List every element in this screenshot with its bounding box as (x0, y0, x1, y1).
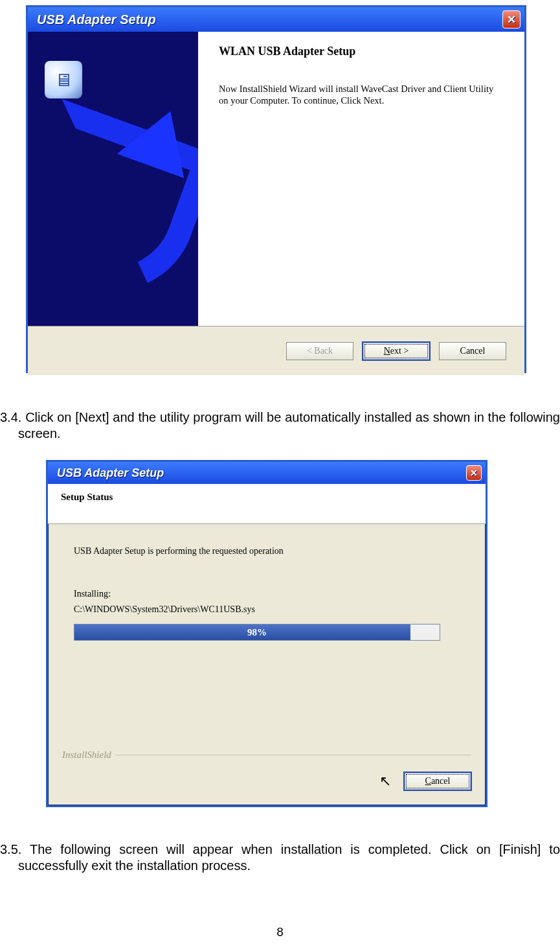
installshield-arrow-icon (28, 103, 198, 323)
page-number: 8 (0, 925, 560, 939)
progress-fill (74, 624, 410, 640)
installing-label: Installing: (74, 589, 460, 599)
progress-text: 98% (247, 627, 267, 638)
dialog-wlan-setup: USB Adapter Setup ✕ 🖥 WLAN USB Adapter S… (26, 5, 526, 373)
next-button-label: Next > (384, 346, 409, 356)
dialog-header: Setup Status (48, 484, 486, 524)
dialog-description: Now InstallShield Wizard will install Wa… (219, 83, 505, 106)
divider (115, 755, 471, 755)
next-button[interactable]: Next > (363, 342, 430, 360)
cancel-button[interactable]: Cancel (439, 342, 506, 360)
computer-icon: 🖥 (45, 61, 82, 98)
brand-row: InstallShield (62, 750, 471, 761)
instruction-text: 3.4. Click on [Next] and the utility pro… (0, 409, 560, 442)
dialog-text-area: WLAN USB Adapter Setup Now InstallShield… (219, 45, 505, 106)
instruction-3-5: 3.5. The following screen will appear wh… (0, 842, 560, 874)
dialog-footer: InstallShield ↖ Cancel (48, 743, 486, 805)
dialog-setup-status: USB Adapter Setup ✕ Setup Status USB Ada… (46, 460, 487, 807)
progress-bar: 98% (74, 624, 440, 641)
dialog-footer: < Back Next > Cancel (28, 326, 524, 375)
close-button[interactable]: ✕ (466, 465, 482, 481)
operation-text: USB Adapter Setup is performing the requ… (74, 546, 460, 556)
window-title: USB Adapter Setup (37, 12, 156, 27)
installing-path: C:\WINDOWS\System32\Drivers\WC11USB.sys (74, 604, 460, 615)
titlebar[interactable]: USB Adapter Setup ✕ (28, 7, 524, 32)
cancel-button-label: Cancel (425, 776, 451, 786)
close-icon: ✕ (470, 468, 478, 478)
dialog-subtitle: Setup Status (61, 492, 473, 503)
side-panel-graphic: 🖥 (28, 32, 198, 326)
installshield-brand: InstallShield (62, 750, 111, 761)
dialog-body: USB Adapter Setup is performing the requ… (48, 524, 486, 647)
instruction-3-4: 3.4. Click on [Next] and the utility pro… (0, 409, 560, 442)
back-button-label: < Back (307, 346, 333, 356)
close-button[interactable]: ✕ (502, 10, 521, 29)
dialog-heading: WLAN USB Adapter Setup (219, 45, 505, 58)
cancel-button-label: Cancel (460, 346, 486, 356)
window-title: USB Adapter Setup (57, 466, 164, 480)
cursor-icon: ↖ (379, 773, 391, 790)
back-button: < Back (286, 342, 353, 360)
close-icon: ✕ (507, 13, 516, 27)
cancel-button[interactable]: Cancel (404, 772, 471, 790)
instruction-text: 3.5. The following screen will appear wh… (0, 842, 560, 874)
dialog-body: 🖥 WLAN USB Adapter Setup Now InstallShie… (28, 32, 524, 326)
titlebar[interactable]: USB Adapter Setup ✕ (48, 462, 486, 484)
